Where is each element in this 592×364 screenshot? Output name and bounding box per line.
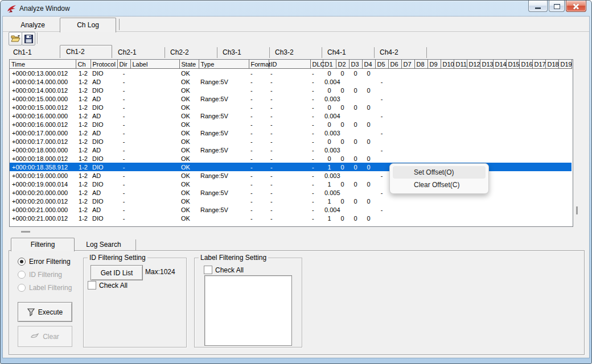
table-row[interactable]: +000:00:14.000.0001-2AD-OKRange:5V---0.0…	[10, 77, 572, 86]
channel-tab-ch4-1[interactable]: Ch4-1	[322, 46, 374, 59]
table-row[interactable]: +000:00:15.000.0001-2AD-OKRange:5V---0.0…	[10, 94, 572, 103]
label-filter-listbox[interactable]	[204, 275, 292, 346]
title-bar[interactable]: Analyze Window	[1, 1, 591, 16]
table-cell: -	[249, 103, 269, 111]
table-cell	[362, 171, 375, 180]
table-cell: OK	[179, 129, 199, 137]
column-header-d4[interactable]: D4	[362, 60, 375, 69]
table-row[interactable]: +000:00:20.000.0121-2DIO-OK---1000	[10, 197, 572, 205]
table-cell: 1-2	[76, 197, 91, 205]
table-row[interactable]: +000:00:16.000.0121-2DIO-OK---0000	[10, 120, 572, 129]
table-cell	[519, 146, 532, 154]
table-row[interactable]: +000:00:18.000.0001-2AD-OKRange:5V---0.0…	[10, 146, 572, 154]
column-header-d14[interactable]: D14	[493, 60, 506, 69]
table-cell	[519, 180, 532, 188]
column-header-d19[interactable]: D19	[558, 60, 572, 69]
table-cell	[427, 129, 441, 137]
table-cell	[506, 163, 519, 171]
column-header-time[interactable]: Time	[10, 60, 76, 69]
execute-button[interactable]: Execute	[18, 302, 72, 322]
table-cell: -	[249, 163, 269, 171]
table-row[interactable]: +000:00:16.000.0001-2AD-OKRange:5V---0.0…	[10, 111, 572, 120]
column-header-id[interactable]: ID	[269, 60, 310, 69]
table-cell	[506, 120, 519, 129]
table-cell	[545, 205, 558, 214]
column-header-dlc[interactable]: DLC	[310, 60, 323, 69]
column-header-ch[interactable]: Ch	[76, 60, 91, 69]
table-row[interactable]: +000:00:17.000.0121-2DIO-OK---0000	[10, 137, 572, 146]
channel-tab-ch3-2[interactable]: Ch3-2	[269, 46, 322, 59]
column-header-d16[interactable]: D16	[519, 60, 532, 69]
column-header-d11[interactable]: D11	[454, 60, 467, 69]
column-header-d10[interactable]: D10	[441, 60, 454, 69]
table-cell	[493, 205, 506, 214]
column-header-dir[interactable]: Dir	[117, 60, 130, 69]
table-row[interactable]: +000:00:18.000.0121-2DIO-OK---0000	[10, 154, 572, 163]
column-header-state[interactable]: State	[179, 60, 199, 69]
column-header-d6[interactable]: D6	[388, 60, 401, 69]
column-header-d15[interactable]: D15	[506, 60, 519, 69]
menu-item-clear-offset-c-[interactable]: Clear Offset(C)	[393, 179, 486, 191]
clear-button[interactable]: Clear	[18, 326, 72, 347]
filter-tab-log-search[interactable]: Log Search	[73, 239, 134, 251]
clear-label: Clear	[43, 333, 59, 341]
channel-tab-ch2-1[interactable]: Ch2-1	[112, 46, 165, 59]
table-cell	[427, 154, 441, 163]
table-cell	[130, 103, 179, 111]
table-row[interactable]: +000:00:17.000.0001-2AD-OKRange:5V---0.0…	[10, 129, 572, 137]
save-button[interactable]	[22, 32, 35, 46]
table-row[interactable]: +000:00:13.000.0121-2DIO-OK---0000	[10, 69, 572, 78]
table-cell: +000:00:19.000.014	[10, 180, 76, 188]
table-cell	[388, 214, 401, 222]
table-row[interactable]: +000:00:15.000.0121-2DIO-OK---0000	[10, 103, 572, 111]
table-cell: +000:00:21.000.012	[10, 214, 76, 222]
filter-tab-filtering[interactable]: Filtering	[11, 238, 75, 251]
channel-tab-ch3-1[interactable]: Ch3-1	[217, 46, 269, 59]
column-header-d1[interactable]: D1	[323, 60, 336, 69]
column-header-type[interactable]: Type	[199, 60, 249, 69]
close-button[interactable]	[566, 1, 586, 12]
column-header-d12[interactable]: D12	[467, 60, 480, 69]
minimize-button[interactable]	[528, 1, 548, 12]
table-cell: 0	[362, 86, 375, 94]
column-header-d3[interactable]: D3	[349, 60, 362, 69]
table-cell	[401, 154, 414, 163]
table-cell: 1-2	[76, 180, 91, 188]
channel-tab-ch4-2[interactable]: Ch4-2	[374, 46, 426, 59]
radio-error-filtering[interactable]: Error Filtering	[18, 258, 71, 266]
column-header-d13[interactable]: D13	[480, 60, 493, 69]
column-header-d7[interactable]: D7	[401, 60, 414, 69]
channel-tab-ch1-2[interactable]: Ch1-2	[60, 45, 112, 58]
column-header-d2[interactable]: D2	[336, 60, 349, 69]
radio-label-filtering[interactable]: Label Filtering	[18, 284, 72, 292]
column-header-protocol[interactable]: Protocol	[91, 60, 117, 69]
tab-ch-log[interactable]: Ch Log	[60, 18, 116, 32]
radio-id-filtering[interactable]: ID Filtering	[18, 271, 62, 279]
column-header-d17[interactable]: D17	[532, 60, 545, 69]
column-header-format[interactable]: Format	[249, 60, 269, 69]
id-check-all-checkbox[interactable]	[88, 281, 96, 289]
table-row[interactable]: +000:00:21.000.0121-2DIO-OK---1000	[10, 214, 572, 222]
column-header-label[interactable]: Label	[130, 60, 179, 69]
channel-tab-ch2-2[interactable]: Ch2-2	[165, 46, 217, 59]
table-row[interactable]: +000:00:14.000.0121-2DIO-OK---0000	[10, 86, 572, 94]
open-file-button[interactable]	[9, 32, 22, 46]
horizontal-scrollbar-thumb[interactable]	[21, 231, 30, 233]
restore-button[interactable]	[549, 1, 565, 12]
table-row[interactable]: +000:00:21.000.0001-2AD-OKRange:5V---0.0…	[10, 205, 572, 214]
table-cell	[545, 214, 558, 222]
table-cell: 1-2	[76, 146, 91, 154]
table-cell	[506, 146, 519, 154]
get-id-list-button[interactable]: Get ID List	[91, 265, 143, 280]
vertical-scrollbar-thumb[interactable]	[576, 206, 578, 214]
table-cell: -	[249, 154, 269, 163]
column-header-d5[interactable]: D5	[375, 60, 388, 69]
column-header-d9[interactable]: D9	[427, 60, 441, 69]
column-header-d8[interactable]: D8	[414, 60, 427, 69]
menu-item-set-offset-o-[interactable]: Set Offset(O)	[393, 166, 486, 179]
channel-tab-ch1-1[interactable]: Ch1-1	[7, 46, 60, 59]
table-cell: 0	[349, 214, 362, 222]
label-check-all-checkbox[interactable]	[204, 266, 212, 274]
column-header-d18[interactable]: D18	[545, 60, 558, 69]
tab-analyze[interactable]: Analyze	[6, 19, 60, 31]
